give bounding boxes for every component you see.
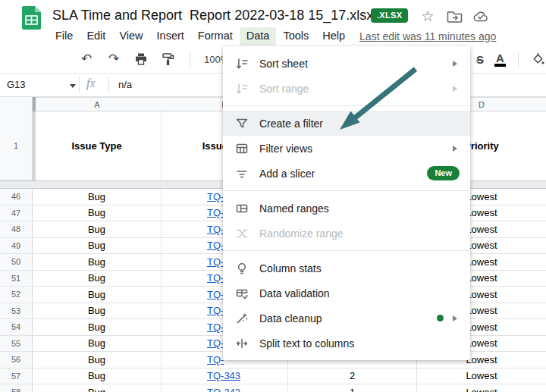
menu-item-filter-views[interactable]: Filter views bbox=[223, 136, 470, 161]
row-number[interactable]: 56 bbox=[0, 352, 33, 368]
submenu-arrow-icon bbox=[453, 86, 457, 92]
last-edit-link[interactable]: Last edit was 11 minutes ago bbox=[359, 30, 496, 42]
row-number[interactable]: 58 bbox=[0, 384, 33, 392]
cell-issue-key[interactable]: TQ-342 bbox=[162, 384, 288, 392]
menu-divider bbox=[223, 190, 470, 191]
submenu-arrow-icon bbox=[453, 315, 457, 321]
menu-item-sort-sheet[interactable]: Sort sheet bbox=[223, 51, 470, 76]
issue-link[interactable]: TQ- bbox=[207, 207, 224, 218]
cell-priority[interactable]: Lowest bbox=[417, 368, 546, 385]
row-number[interactable]: 53 bbox=[0, 303, 33, 320]
cell-issue-key[interactable]: TQ-343 bbox=[162, 368, 288, 385]
issue-link[interactable]: TQ- bbox=[207, 191, 224, 202]
chevron-down-icon[interactable] bbox=[70, 84, 76, 88]
menu-view[interactable]: View bbox=[112, 27, 149, 45]
select-all-corner[interactable] bbox=[0, 97, 33, 111]
undo-icon[interactable]: ↶ bbox=[79, 52, 94, 67]
row-number[interactable]: 57 bbox=[0, 368, 33, 385]
menu-item-data-cleanup[interactable]: Data cleanup bbox=[223, 306, 470, 331]
table-row: 57BugTQ-3432Lowest bbox=[0, 368, 546, 385]
cell-issue-type[interactable]: Bug bbox=[33, 205, 162, 222]
issue-link[interactable]: TQ- bbox=[207, 354, 224, 365]
menu-tools[interactable]: Tools bbox=[276, 27, 315, 45]
menu-item-data-validation[interactable]: Data validation bbox=[223, 281, 470, 306]
filter-icon bbox=[235, 117, 249, 130]
cell-issue-type[interactable]: Bug bbox=[33, 336, 162, 353]
cell-issue-type[interactable]: Bug bbox=[33, 303, 162, 320]
menu-item-label: Split text to columns bbox=[259, 337, 460, 350]
menu-item-split-text-to-columns[interactable]: Split text to columns bbox=[223, 331, 470, 356]
toolbar-right: S A bbox=[476, 45, 545, 74]
strikethrough-icon[interactable]: S bbox=[476, 53, 484, 66]
issue-link[interactable]: TQ- bbox=[207, 256, 224, 268]
row-number[interactable]: 52 bbox=[0, 287, 33, 303]
frozen-column-divider[interactable] bbox=[33, 111, 36, 180]
cell-value[interactable]: 1 bbox=[288, 384, 417, 392]
sheets-logo-icon[interactable] bbox=[22, 6, 41, 30]
menu-item-label: Column stats bbox=[259, 262, 460, 274]
menu-item-label: Randomize range bbox=[259, 227, 460, 240]
row-number[interactable]: 49 bbox=[0, 238, 33, 255]
issue-link[interactable]: TQ-343 bbox=[207, 370, 240, 381]
column-header-a[interactable]: A bbox=[94, 100, 99, 109]
menu-item-label: Data validation bbox=[259, 287, 460, 299]
cell-issue-type[interactable]: Bug bbox=[33, 287, 162, 303]
issue-link[interactable]: TQ- bbox=[207, 240, 224, 251]
cloud-saved-icon[interactable] bbox=[472, 8, 489, 25]
column-header-d[interactable]: D bbox=[479, 100, 485, 109]
menu-item-add-a-slicer[interactable]: Add a slicer New bbox=[223, 161, 470, 186]
menu-item-create-a-filter[interactable]: Create a filter bbox=[223, 111, 470, 136]
name-box[interactable]: G13 bbox=[7, 79, 26, 90]
frozen-column-divider[interactable] bbox=[33, 97, 36, 111]
menu-help[interactable]: Help bbox=[315, 27, 352, 45]
document-title[interactable]: SLA Time and Report Report 2022-03-18 15… bbox=[52, 8, 373, 24]
sort-icon bbox=[235, 57, 249, 71]
row-number[interactable]: 54 bbox=[0, 319, 33, 336]
menu-divider bbox=[223, 105, 470, 106]
menu-data[interactable]: Data bbox=[240, 27, 277, 45]
cell-issue-type[interactable]: Bug bbox=[33, 238, 162, 255]
row-number[interactable]: 48 bbox=[0, 221, 33, 238]
row-number[interactable]: 51 bbox=[0, 271, 33, 287]
cell-issue-type[interactable]: Bug bbox=[33, 271, 162, 287]
menu-format[interactable]: Format bbox=[191, 27, 240, 45]
issue-link[interactable]: TQ-342 bbox=[207, 387, 240, 392]
issue-link[interactable]: TQ- bbox=[207, 305, 224, 316]
row-number[interactable]: 47 bbox=[0, 205, 33, 222]
issue-link[interactable]: TQ- bbox=[207, 272, 224, 284]
issue-link[interactable]: TQ- bbox=[207, 224, 224, 235]
redo-icon[interactable]: ↷ bbox=[106, 52, 121, 67]
fill-color-icon[interactable] bbox=[531, 52, 545, 67]
menu-file[interactable]: File bbox=[49, 27, 80, 45]
row-number[interactable]: 46 bbox=[0, 189, 33, 205]
menu-item-named-ranges[interactable]: Named ranges bbox=[223, 196, 470, 221]
issue-link[interactable]: TQ- bbox=[207, 337, 224, 349]
formula-input[interactable]: n/a bbox=[118, 79, 132, 90]
star-icon[interactable]: ☆ bbox=[419, 8, 436, 25]
menu-item-label: Create a filter bbox=[259, 118, 460, 130]
xlsx-format-badge: .XLSX bbox=[371, 8, 408, 23]
row-number[interactable]: 55 bbox=[0, 336, 33, 353]
move-folder-icon[interactable] bbox=[447, 8, 463, 25]
menu-item-label: Named ranges bbox=[259, 202, 460, 215]
paint-format-icon[interactable] bbox=[161, 52, 176, 67]
cell-issue-type[interactable]: Bug bbox=[33, 189, 162, 205]
cell-value[interactable]: 2 bbox=[288, 368, 417, 385]
cell-issue-type[interactable]: Bug bbox=[33, 368, 162, 385]
menu-edit[interactable]: Edit bbox=[80, 27, 112, 45]
cell-issue-type[interactable]: Bug bbox=[33, 319, 162, 336]
row-number[interactable]: 50 bbox=[0, 254, 33, 271]
cell-issue-type[interactable]: Bug bbox=[33, 352, 162, 368]
row-number[interactable]: 1 bbox=[0, 111, 33, 180]
cell-issue-type[interactable]: Bug bbox=[33, 221, 162, 238]
cell-priority[interactable]: Lowest bbox=[417, 384, 546, 392]
issue-link[interactable]: TQ- bbox=[207, 321, 224, 333]
menu-insert[interactable]: Insert bbox=[150, 27, 191, 45]
menu-item-column-stats[interactable]: Column stats bbox=[223, 256, 470, 281]
print-icon[interactable] bbox=[133, 52, 149, 67]
cell-issue-type[interactable]: Bug bbox=[33, 254, 162, 271]
cell-issue-type[interactable]: Bug bbox=[33, 384, 162, 392]
issue-link[interactable]: TQ- bbox=[207, 289, 224, 300]
text-color-icon[interactable]: A bbox=[494, 53, 506, 67]
cell-a1[interactable]: Issue Type bbox=[33, 111, 162, 180]
